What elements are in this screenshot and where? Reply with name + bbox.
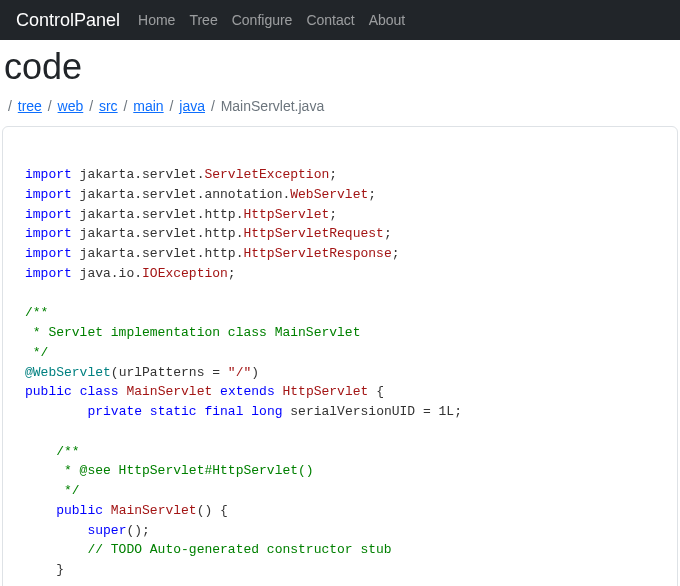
nav-item-tree[interactable]: Tree <box>189 12 217 28</box>
breadcrumb-link-tree[interactable]: tree <box>18 98 42 114</box>
code-kw: super <box>87 523 126 538</box>
code-kw: import <box>25 266 72 281</box>
code-kw: import <box>25 167 72 182</box>
code-text: jakarta.servlet.http. <box>72 246 244 261</box>
code-kw: import <box>25 246 72 261</box>
breadcrumb-sep: / <box>46 98 54 114</box>
code-comment: * @see HttpServlet#HttpServlet() <box>25 463 314 478</box>
breadcrumb-current: MainServlet.java <box>221 98 325 114</box>
breadcrumb-link-web[interactable]: web <box>58 98 84 114</box>
navbar: ControlPanel Home Tree Configure Contact… <box>0 0 680 40</box>
code-text: java.io. <box>72 266 142 281</box>
code-kw: import <box>25 187 72 202</box>
code-kw: import <box>25 207 72 222</box>
code-text: ; <box>329 207 337 222</box>
code-comment: */ <box>25 483 80 498</box>
nav-item-contact[interactable]: Contact <box>306 12 354 28</box>
breadcrumb-sep: / <box>6 98 14 114</box>
code-text: ; <box>392 246 400 261</box>
code-cls: IOException <box>142 266 228 281</box>
breadcrumb-link-src[interactable]: src <box>99 98 118 114</box>
code-comment: * Servlet implementation class MainServl… <box>25 325 360 340</box>
breadcrumb-sep: / <box>209 98 217 114</box>
nav-item-configure[interactable]: Configure <box>232 12 293 28</box>
code-text: ; <box>228 266 236 281</box>
code-kw: public <box>56 503 103 518</box>
breadcrumb-sep: / <box>168 98 176 114</box>
breadcrumb-link-main[interactable]: main <box>133 98 163 114</box>
code-card: import jakarta.servlet.ServletException;… <box>2 126 678 586</box>
breadcrumb: / tree / web / src / main / java / MainS… <box>0 94 680 126</box>
code-text: ; <box>368 187 376 202</box>
code-block: import jakarta.servlet.ServletException;… <box>25 165 657 586</box>
code-kw: extends <box>220 384 275 399</box>
code-text: { <box>368 384 384 399</box>
code-text: jakarta.servlet.annotation. <box>72 187 290 202</box>
code-cls: MainServlet <box>126 384 212 399</box>
code-kw: public <box>25 384 72 399</box>
nav-item-home[interactable]: Home <box>138 12 175 28</box>
code-comment: // TODO Auto-generated constructor stub <box>25 542 392 557</box>
code-text: } <box>25 562 64 577</box>
code-comment: /** <box>25 305 48 320</box>
code-cls: WebServlet <box>290 187 368 202</box>
code-cls: HttpServlet <box>283 384 369 399</box>
breadcrumb-link-java[interactable]: java <box>179 98 205 114</box>
page-title: code <box>0 40 680 94</box>
code-cls: MainServlet <box>111 503 197 518</box>
code-cls: HttpServletResponse <box>243 246 391 261</box>
code-comment: /** <box>25 444 80 459</box>
code-kw: class <box>80 384 119 399</box>
code-text: jakarta.servlet.http. <box>72 207 244 222</box>
code-text: serialVersionUID = 1L; <box>283 404 462 419</box>
code-cls: HttpServletRequest <box>243 226 383 241</box>
code-text: (urlPatterns = <box>111 365 228 380</box>
code-text: (); <box>126 523 149 538</box>
code-kw: long <box>251 404 282 419</box>
code-kw: private <box>87 404 142 419</box>
code-comment: */ <box>25 345 48 360</box>
code-kw: final <box>204 404 243 419</box>
code-text: ; <box>329 167 337 182</box>
code-text: ) <box>251 365 259 380</box>
code-kw: static <box>150 404 197 419</box>
nav-item-about[interactable]: About <box>369 12 406 28</box>
code-string: "/" <box>228 365 251 380</box>
code-text: () { <box>197 503 228 518</box>
code-cls: ServletException <box>204 167 329 182</box>
code-kw: import <box>25 226 72 241</box>
code-text: jakarta.servlet. <box>72 167 205 182</box>
breadcrumb-sep: / <box>122 98 130 114</box>
navbar-brand[interactable]: ControlPanel <box>16 10 120 31</box>
code-text: ; <box>384 226 392 241</box>
code-text: jakarta.servlet.http. <box>72 226 244 241</box>
breadcrumb-sep: / <box>87 98 95 114</box>
code-cls: HttpServlet <box>243 207 329 222</box>
code-annotation: @WebServlet <box>25 365 111 380</box>
